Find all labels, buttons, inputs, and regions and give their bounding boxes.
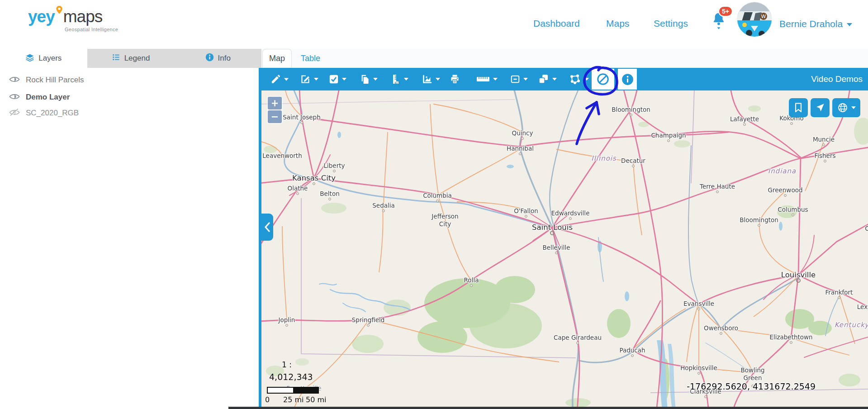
user-name: Bernie Drahola: [779, 19, 843, 29]
avatar[interactable]: W: [737, 2, 772, 37]
map-city-dot: [632, 165, 635, 167]
map-city-dot: [743, 123, 746, 126]
view-tabs: Map Table: [261, 49, 868, 68]
tab-info[interactable]: Info: [174, 49, 261, 68]
scale-tick-0: 0: [265, 395, 270, 404]
info-icon: [205, 53, 214, 64]
map-city-dot: [519, 152, 522, 155]
eye-visible-icon[interactable]: [9, 76, 20, 85]
map-city-dot: [470, 284, 473, 287]
map-label-city: Frankfort: [825, 289, 853, 296]
video-demos-label[interactable]: Video Demos: [811, 74, 863, 84]
square-minus-button[interactable]: [510, 74, 528, 84]
chevron-down-icon: [552, 78, 557, 81]
chevron-down-icon: [404, 78, 408, 81]
map-city-dot: [796, 278, 801, 283]
cursor-coordinates: -176292.5620, 4131672.2549: [687, 381, 816, 391]
map-viewport[interactable]: Saint JosephQuincyHannibalBloomingtonCha…: [261, 90, 868, 409]
map-city-dot: [328, 198, 331, 200]
map-label-city: Bloomington: [612, 106, 650, 114]
map-label-city: Rolla: [464, 276, 479, 284]
map-city-dot: [436, 200, 439, 202]
basemap-globe-button[interactable]: [832, 98, 860, 117]
bookmark-icon: [794, 102, 803, 113]
svg-text:W: W: [761, 14, 766, 19]
edit-feature-button[interactable]: [300, 74, 318, 85]
map-label-city: Owensboro: [704, 324, 738, 332]
map-toolbar: Video Demos: [261, 68, 868, 90]
map-city-dot: [313, 182, 315, 185]
layer-name: SC_2020_RGB: [26, 109, 79, 118]
notifications-badge: 5+: [718, 6, 733, 17]
map-label-city: Cape Girardeau: [554, 334, 602, 342]
tab-legend[interactable]: Legend: [87, 49, 175, 68]
tab-layers[interactable]: Layers: [0, 49, 87, 68]
map-label-city: Paducah: [619, 347, 645, 354]
area-chart-button[interactable]: [422, 74, 440, 85]
chevron-down-icon: [342, 78, 346, 81]
eye-hidden-icon[interactable]: [9, 108, 20, 118]
zoom-in-button[interactable]: +: [268, 97, 282, 109]
map-label-city: Olathe: [288, 185, 308, 192]
layer-row-sc-2020-rgb[interactable]: SC_2020_RGB: [9, 106, 79, 120]
layer-name: Demo Layer: [26, 93, 70, 102]
tab-layers-label: Layers: [38, 54, 62, 63]
map-label-city: Sedalia: [372, 202, 395, 209]
map-label-city: JeffersonCity: [432, 213, 458, 228]
map-label-state: Kentucky: [835, 321, 868, 329]
map-label-city: Columbus: [778, 206, 808, 214]
bookmark-button[interactable]: [789, 98, 808, 117]
map-labels: Saint JosephQuincyHannibalBloomingtonCha…: [261, 90, 868, 409]
nav-dashboard[interactable]: Dashboard: [533, 18, 580, 29]
map-city-dot: [822, 143, 825, 146]
layer-row-demo-layer[interactable]: Demo Layer: [9, 90, 70, 105]
tab-table[interactable]: Table: [297, 49, 324, 68]
panel-divider: [259, 68, 261, 409]
map-city-dot: [704, 395, 707, 398]
chevron-down-icon: [314, 78, 318, 81]
layers-icon: [25, 53, 34, 64]
info-button[interactable]: [618, 69, 637, 90]
duplicate-layers-button[interactable]: [537, 73, 557, 85]
draw-pencil-button[interactable]: [270, 74, 289, 85]
map-city-dot: [697, 372, 700, 375]
chevron-down-icon: [523, 78, 528, 81]
copy-features-button[interactable]: [360, 74, 378, 85]
map-city-dot: [792, 214, 794, 216]
map-label-city: BowlingGreen: [740, 366, 764, 382]
print-button[interactable]: [449, 74, 460, 85]
map-city-dot: [697, 308, 700, 310]
nav-settings[interactable]: Settings: [654, 18, 688, 29]
map-label-city: Kansas City: [292, 174, 336, 183]
map-label-city: Edwardsville: [551, 209, 590, 217]
layer-row-rock-hill-parcels[interactable]: Rock Hill Parcels: [9, 73, 84, 87]
tab-map[interactable]: Map: [262, 49, 292, 68]
ruler-vertical-button[interactable]: [390, 74, 408, 85]
legend-list-icon: [112, 53, 120, 64]
app-logo[interactable]: yeymaps Geospatial Intelligence: [28, 7, 118, 32]
select-checkbox-button[interactable]: [329, 74, 346, 84]
map-label-city: Quincy: [512, 129, 533, 137]
user-menu[interactable]: Bernie Drahola: [779, 19, 852, 29]
sidebar-collapse-handle[interactable]: [261, 214, 273, 241]
locate-button[interactable]: [811, 98, 830, 117]
measure-ruler-button[interactable]: [476, 74, 498, 84]
chevron-down-icon: [493, 78, 498, 81]
logo-part1: yey: [28, 7, 55, 26]
map-city-dot: [838, 296, 840, 299]
eye-visible-icon[interactable]: [9, 93, 20, 102]
map-label-city: Elizabethtown: [769, 333, 812, 341]
sidebar-tabs: Layers Legend Info: [0, 49, 261, 68]
map-label-city: Fishers: [814, 152, 835, 160]
cancel-ban-button[interactable]: [592, 69, 614, 90]
map-label-city: Joplin: [279, 316, 295, 324]
map-label-city: Decatur: [621, 157, 645, 165]
scale-tick-25: 25 mi: [283, 395, 304, 404]
nav-maps[interactable]: Maps: [606, 18, 629, 29]
map-label-city: Liberty: [324, 162, 345, 170]
zoom-out-button[interactable]: −: [268, 110, 282, 123]
zoom-control: + −: [267, 96, 283, 124]
map-label-city: Springfield: [352, 316, 385, 324]
map-city-dot: [630, 114, 632, 116]
polygon-select-button[interactable]: [569, 73, 589, 85]
